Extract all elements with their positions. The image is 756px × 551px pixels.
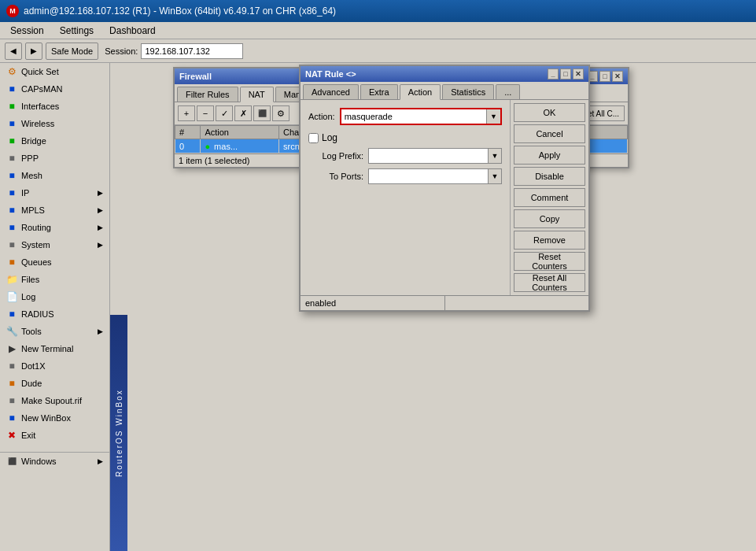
windows-icon: ⬛	[6, 456, 17, 467]
sidebar-item-wireless[interactable]: ■ Wireless	[0, 115, 109, 132]
sidebar-item-capsman[interactable]: ■ CAPsMAN	[0, 80, 109, 98]
safe-mode-button[interactable]: Safe Mode	[46, 43, 98, 60]
radius-icon: ■	[6, 309, 17, 320]
cancel-button[interactable]: Cancel	[514, 124, 585, 143]
apply-button[interactable]: Apply	[514, 146, 585, 165]
move-rule-button[interactable]: ⬛	[253, 105, 271, 121]
sidebar-item-tools[interactable]: 🔧 Tools ▶	[0, 323, 109, 340]
sidebar-item-radius[interactable]: ■ RADIUS	[0, 305, 109, 323]
disable-button[interactable]: Disable	[514, 167, 585, 186]
nat-status-left: enabled	[301, 296, 445, 310]
reset-all-counters-dialog-button[interactable]: Reset All Counters	[514, 273, 585, 292]
nat-minimize-button[interactable]: _	[548, 68, 559, 80]
session-input[interactable]	[141, 43, 243, 59]
sidebar-item-exit[interactable]: ✖ Exit	[0, 427, 109, 444]
tab-extra[interactable]: Extra	[360, 84, 398, 99]
queues-icon: ■	[6, 257, 17, 268]
action-field-label: Action:	[308, 112, 335, 121]
sidebar-item-new-winbox[interactable]: ■ New WinBox	[0, 409, 109, 427]
nat-status-right	[445, 296, 589, 310]
sidebar-item-ppp[interactable]: ■ PPP	[0, 150, 109, 167]
firewall-close-button[interactable]: ✕	[612, 71, 623, 82]
tab-more[interactable]: ...	[496, 84, 520, 99]
quick-set-icon: ⚙	[6, 66, 17, 77]
sidebar-item-dot1x[interactable]: ■ Dot1X	[0, 357, 109, 375]
tab-statistics[interactable]: Statistics	[442, 84, 494, 99]
comment-button[interactable]: Comment	[514, 188, 585, 207]
sidebar-item-dude[interactable]: ■ Dude	[0, 375, 109, 392]
filter-button[interactable]: ⚙	[272, 105, 289, 121]
disable-rule-button[interactable]: ✗	[234, 105, 252, 121]
sidebar-item-routing[interactable]: ■ Routing ▶	[0, 219, 109, 236]
to-ports-input[interactable]	[368, 168, 488, 184]
ip-arrow-icon: ▶	[98, 189, 103, 197]
remove-button[interactable]: Remove	[514, 231, 585, 250]
log-checkbox[interactable]	[308, 133, 319, 143]
app-icon: M	[6, 5, 19, 17]
sidebar-item-bridge[interactable]: ■ Bridge	[0, 132, 109, 150]
sidebar-label-dude: Dude	[21, 379, 103, 388]
tools-arrow-icon: ▶	[98, 327, 103, 335]
action-dropdown-value: masquerade	[341, 110, 486, 123]
forward-button[interactable]: ▶	[25, 43, 42, 60]
tab-advanced[interactable]: Advanced	[303, 84, 359, 99]
sidebar-item-mesh[interactable]: ■ Mesh	[0, 167, 109, 184]
nat-maximize-button[interactable]: □	[560, 68, 571, 80]
firewall-maximize-button[interactable]: □	[599, 71, 610, 82]
sidebar-item-windows[interactable]: ⬛ Windows ▶	[0, 453, 109, 470]
sidebar-item-interfaces[interactable]: ■ Interfaces	[0, 98, 109, 115]
to-ports-label: To Ports:	[308, 172, 363, 181]
sidebar-label-interfaces: Interfaces	[21, 102, 103, 111]
sidebar-item-quick-set[interactable]: ⚙ Quick Set	[0, 63, 109, 80]
sidebar-label-queues: Queues	[21, 257, 103, 267]
menu-session[interactable]: Session	[3, 23, 51, 39]
reset-counters-dialog-button[interactable]: Reset Counters	[514, 252, 585, 271]
action-dropdown[interactable]: masquerade ▼	[340, 108, 502, 125]
exit-icon: ✖	[6, 430, 17, 441]
col-num: #	[175, 126, 201, 139]
make-supout-icon: ■	[6, 395, 17, 406]
sidebar-label-radius: RADIUS	[21, 309, 103, 319]
tab-nat[interactable]: NAT	[240, 87, 274, 102]
to-ports-dropdown-btn[interactable]: ▼	[488, 168, 502, 184]
sidebar-item-queues[interactable]: ■ Queues	[0, 253, 109, 271]
main-layout: ⚙ Quick Set ■ CAPsMAN ■ Interfaces ■ Wir…	[0, 63, 756, 551]
windows-arrow-icon: ▶	[98, 457, 103, 465]
nat-dialog-titlebar[interactable]: NAT Rule <> _ □ ✕	[301, 66, 588, 82]
to-ports-row: To Ports: ▼	[304, 166, 507, 187]
menu-settings[interactable]: Settings	[53, 23, 101, 39]
tab-filter-rules[interactable]: Filter Rules	[177, 87, 238, 102]
sidebar-item-system[interactable]: ■ System ▶	[0, 236, 109, 253]
sidebar-item-log[interactable]: 📄 Log	[0, 288, 109, 305]
action-dropdown-arrow[interactable]: ▼	[486, 109, 500, 124]
sidebar-item-new-terminal[interactable]: ▶ New Terminal	[0, 340, 109, 357]
enable-rule-button[interactable]: ✓	[216, 105, 233, 121]
title-bar: M admin@192.168.107.132 (R1) - WinBox (6…	[0, 0, 756, 22]
sidebar-item-files[interactable]: 📁 Files	[0, 271, 109, 288]
ok-button[interactable]: OK	[514, 103, 585, 122]
add-rule-button[interactable]: +	[178, 105, 195, 121]
back-button[interactable]: ◀	[5, 43, 22, 60]
copy-button[interactable]: Copy	[514, 209, 585, 228]
log-prefix-input[interactable]	[368, 148, 488, 164]
sidebar-label-new-terminal: New Terminal	[21, 344, 103, 353]
menu-dashboard[interactable]: Dashboard	[102, 23, 163, 39]
system-icon: ■	[6, 239, 17, 250]
sidebar-label-bridge: Bridge	[21, 136, 103, 146]
nat-close-button[interactable]: ✕	[573, 68, 584, 80]
tab-action[interactable]: Action	[400, 84, 441, 100]
cell-action-text: mas...	[214, 142, 238, 151]
sidebar-item-mpls[interactable]: ■ MPLS ▶	[0, 202, 109, 219]
sidebar-label-mpls: MPLS	[21, 205, 94, 215]
log-prefix-row: Log Prefix: ▼	[304, 146, 507, 166]
firewall-titlebar-buttons: _ □ ✕	[587, 71, 623, 82]
sidebar-item-make-supout[interactable]: ■ Make Supout.rif	[0, 392, 109, 409]
menu-bar: Session Settings Dashboard	[0, 22, 756, 39]
routing-icon: ■	[6, 222, 17, 233]
sidebar-item-ip[interactable]: ■ IP ▶	[0, 184, 109, 202]
session-label: Session:	[105, 46, 138, 56]
title-bar-text: admin@192.168.107.132 (R1) - WinBox (64b…	[24, 6, 336, 17]
remove-rule-button[interactable]: −	[197, 105, 214, 121]
log-prefix-dropdown-btn[interactable]: ▼	[488, 148, 502, 164]
sidebar-label-dot1x: Dot1X	[21, 361, 103, 371]
